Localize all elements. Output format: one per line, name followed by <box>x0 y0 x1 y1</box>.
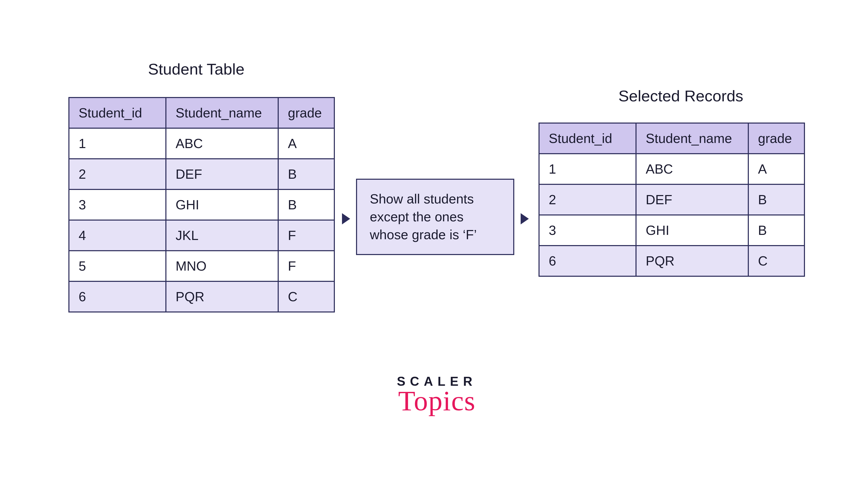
table-row: 2 DEF B <box>69 159 334 189</box>
cell: GHI <box>636 215 748 246</box>
table-row: 4 JKL F <box>69 220 334 251</box>
table-header-row: Student_id Student_name grade <box>69 97 334 128</box>
selected-records-table: Student_id Student_name grade 1 ABC A 2 … <box>538 123 805 277</box>
table-row: 3 GHI B <box>69 189 334 220</box>
cell: MNO <box>166 251 278 281</box>
table-row: 2 DEF B <box>539 184 804 215</box>
cell: ABC <box>166 128 278 159</box>
col-grade: grade <box>748 123 804 154</box>
cell: 3 <box>69 189 166 220</box>
cell: 4 <box>69 220 166 251</box>
student-table: Student_id Student_name grade 1 ABC A 2 … <box>68 97 335 312</box>
col-grade: grade <box>278 97 334 128</box>
cell: 2 <box>69 159 166 189</box>
table-row: 1 ABC A <box>69 128 334 159</box>
cell: PQR <box>636 246 748 276</box>
cell: B <box>278 189 334 220</box>
cell: F <box>278 251 334 281</box>
cell: GHI <box>166 189 278 220</box>
left-table-title: Student Table <box>148 60 245 78</box>
cell: A <box>748 154 804 184</box>
scaler-topics-logo: SCALER Topics <box>397 374 477 417</box>
table-row: 6 PQR C <box>69 281 334 312</box>
filter-description-box: Show all students except the ones whose … <box>356 179 514 255</box>
col-student-name: Student_name <box>636 123 748 154</box>
cell: 1 <box>539 154 636 184</box>
cell: DEF <box>636 184 748 215</box>
col-student-name: Student_name <box>166 97 278 128</box>
cell: ABC <box>636 154 748 184</box>
logo-bottom-text: Topics <box>397 385 477 417</box>
table-row: 6 PQR C <box>539 246 804 276</box>
arrow-right-icon <box>521 213 529 224</box>
cell: 1 <box>69 128 166 159</box>
cell: 6 <box>539 246 636 276</box>
table-row: 3 GHI B <box>539 215 804 246</box>
arrow-right-icon <box>342 213 350 224</box>
cell: C <box>748 246 804 276</box>
cell: A <box>278 128 334 159</box>
cell: F <box>278 220 334 251</box>
cell: C <box>278 281 334 312</box>
cell: JKL <box>166 220 278 251</box>
cell: 2 <box>539 184 636 215</box>
cell: B <box>748 184 804 215</box>
table-header-row: Student_id Student_name grade <box>539 123 804 154</box>
cell: B <box>748 215 804 246</box>
right-table-title: Selected Records <box>618 87 743 105</box>
cell: B <box>278 159 334 189</box>
cell: PQR <box>166 281 278 312</box>
cell: DEF <box>166 159 278 189</box>
col-student-id: Student_id <box>539 123 636 154</box>
cell: 5 <box>69 251 166 281</box>
diagram-canvas: Student Table Student_id Student_name gr… <box>0 0 868 482</box>
cell: 6 <box>69 281 166 312</box>
col-student-id: Student_id <box>69 97 166 128</box>
cell: 3 <box>539 215 636 246</box>
table-row: 5 MNO F <box>69 251 334 281</box>
table-row: 1 ABC A <box>539 154 804 184</box>
